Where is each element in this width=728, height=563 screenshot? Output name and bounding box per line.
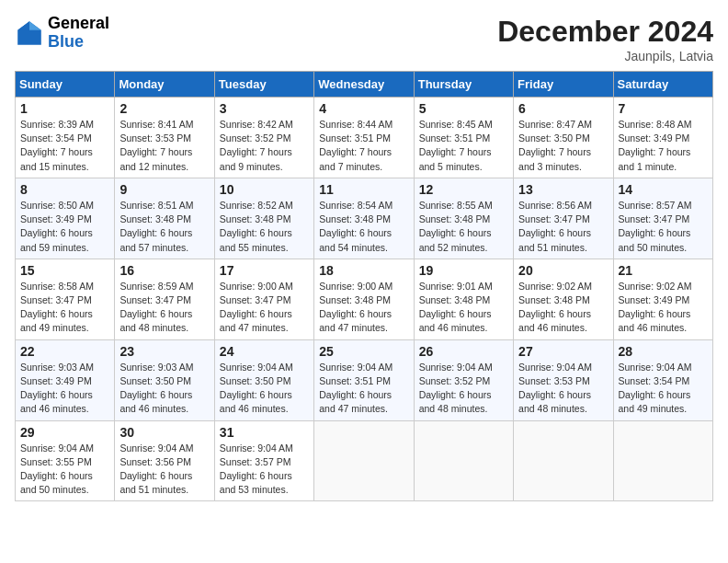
calendar-cell: 16Sunrise: 8:59 AMSunset: 3:47 PMDayligh… [115, 259, 214, 339]
day-number: 28 [619, 344, 708, 359]
calendar-cell: 28Sunrise: 9:04 AMSunset: 3:54 PMDayligh… [613, 339, 712, 420]
day-info: Sunrise: 9:01 AMSunset: 3:48 PMDaylight:… [419, 280, 508, 336]
day-info: Sunrise: 8:59 AMSunset: 3:47 PMDaylight:… [119, 280, 209, 336]
calendar-cell: 4Sunrise: 8:44 AMSunset: 3:51 PMDaylight… [314, 98, 414, 178]
calendar-cell: 19Sunrise: 9:01 AMSunset: 3:48 PMDayligh… [414, 259, 513, 339]
day-number: 6 [518, 101, 608, 116]
day-info: Sunrise: 8:47 AMSunset: 3:50 PMDaylight:… [518, 118, 608, 174]
calendar-cell: 9Sunrise: 8:51 AMSunset: 3:48 PMDaylight… [115, 178, 214, 259]
calendar-header-row: SundayMondayTuesdayWednesdayThursdayFrid… [16, 72, 713, 98]
calendar-cell: 31Sunrise: 9:04 AMSunset: 3:57 PMDayligh… [214, 420, 313, 501]
day-header-thursday: Thursday [414, 72, 513, 98]
day-info: Sunrise: 9:04 AMSunset: 3:55 PMDaylight:… [20, 442, 109, 498]
day-number: 7 [619, 101, 708, 116]
day-info: Sunrise: 8:44 AMSunset: 3:51 PMDaylight:… [319, 118, 408, 174]
day-info: Sunrise: 8:41 AMSunset: 3:53 PMDaylight:… [119, 118, 209, 174]
day-info: Sunrise: 8:48 AMSunset: 3:49 PMDaylight:… [619, 118, 708, 174]
day-number: 4 [319, 101, 408, 116]
day-info: Sunrise: 9:04 AMSunset: 3:56 PMDaylight:… [119, 442, 209, 498]
day-number: 24 [220, 344, 309, 359]
calendar-cell: 21Sunrise: 9:02 AMSunset: 3:49 PMDayligh… [613, 259, 712, 339]
day-number: 10 [220, 182, 309, 197]
day-number: 23 [119, 344, 209, 359]
day-info: Sunrise: 9:02 AMSunset: 3:49 PMDaylight:… [619, 280, 708, 336]
logo-icon [15, 18, 44, 48]
day-number: 13 [518, 182, 608, 197]
day-header-monday: Monday [115, 72, 214, 98]
calendar-cell [314, 420, 414, 501]
calendar-week-row: 1Sunrise: 8:39 AMSunset: 3:54 PMDaylight… [16, 98, 713, 178]
day-header-tuesday: Tuesday [214, 72, 313, 98]
day-number: 16 [119, 263, 209, 278]
calendar-cell: 7Sunrise: 8:48 AMSunset: 3:49 PMDaylight… [613, 98, 712, 178]
day-number: 14 [619, 182, 708, 197]
calendar-week-row: 22Sunrise: 9:03 AMSunset: 3:49 PMDayligh… [16, 339, 713, 420]
day-info: Sunrise: 9:02 AMSunset: 3:48 PMDaylight:… [518, 280, 608, 336]
calendar-cell: 2Sunrise: 8:41 AMSunset: 3:53 PMDaylight… [115, 98, 214, 178]
calendar-cell: 14Sunrise: 8:57 AMSunset: 3:47 PMDayligh… [613, 178, 712, 259]
day-number: 17 [220, 263, 309, 278]
day-number: 22 [20, 344, 109, 359]
day-number: 27 [518, 344, 608, 359]
day-number: 2 [119, 101, 209, 116]
day-number: 26 [419, 344, 508, 359]
day-info: Sunrise: 9:03 AMSunset: 3:50 PMDaylight:… [119, 361, 209, 417]
day-info: Sunrise: 9:00 AMSunset: 3:47 PMDaylight:… [220, 280, 309, 336]
day-number: 1 [20, 101, 109, 116]
calendar-cell: 1Sunrise: 8:39 AMSunset: 3:54 PMDaylight… [16, 98, 115, 178]
day-header-wednesday: Wednesday [314, 72, 414, 98]
calendar-cell [613, 420, 712, 501]
day-number: 19 [419, 263, 508, 278]
day-info: Sunrise: 8:56 AMSunset: 3:47 PMDaylight:… [518, 199, 608, 255]
day-info: Sunrise: 9:00 AMSunset: 3:48 PMDaylight:… [319, 280, 408, 336]
calendar-cell: 18Sunrise: 9:00 AMSunset: 3:48 PMDayligh… [314, 259, 414, 339]
calendar-cell: 29Sunrise: 9:04 AMSunset: 3:55 PMDayligh… [16, 420, 115, 501]
page-header: General Blue December 2024 Jaunpils, Lat… [15, 15, 713, 63]
day-header-friday: Friday [514, 72, 613, 98]
day-number: 30 [119, 425, 209, 440]
day-number: 21 [619, 263, 708, 278]
day-info: Sunrise: 8:50 AMSunset: 3:49 PMDaylight:… [20, 199, 109, 255]
day-number: 15 [20, 263, 109, 278]
calendar-week-row: 8Sunrise: 8:50 AMSunset: 3:49 PMDaylight… [16, 178, 713, 259]
calendar-table: SundayMondayTuesdayWednesdayThursdayFrid… [15, 71, 713, 501]
day-info: Sunrise: 9:04 AMSunset: 3:54 PMDaylight:… [619, 361, 708, 417]
calendar-week-row: 29Sunrise: 9:04 AMSunset: 3:55 PMDayligh… [16, 420, 713, 501]
calendar-cell: 8Sunrise: 8:50 AMSunset: 3:49 PMDaylight… [16, 178, 115, 259]
calendar-cell: 15Sunrise: 8:58 AMSunset: 3:47 PMDayligh… [16, 259, 115, 339]
day-header-sunday: Sunday [16, 72, 115, 98]
calendar-cell: 22Sunrise: 9:03 AMSunset: 3:49 PMDayligh… [16, 339, 115, 420]
calendar-cell: 11Sunrise: 8:54 AMSunset: 3:48 PMDayligh… [314, 178, 414, 259]
calendar-cell: 20Sunrise: 9:02 AMSunset: 3:48 PMDayligh… [514, 259, 613, 339]
calendar-cell: 24Sunrise: 9:04 AMSunset: 3:50 PMDayligh… [214, 339, 313, 420]
calendar-cell [414, 420, 513, 501]
calendar-cell: 26Sunrise: 9:04 AMSunset: 3:52 PMDayligh… [414, 339, 513, 420]
calendar-cell: 10Sunrise: 8:52 AMSunset: 3:48 PMDayligh… [214, 178, 313, 259]
calendar-cell: 17Sunrise: 9:00 AMSunset: 3:47 PMDayligh… [214, 259, 313, 339]
calendar-cell: 12Sunrise: 8:55 AMSunset: 3:48 PMDayligh… [414, 178, 513, 259]
logo-text: General Blue [48, 15, 109, 52]
day-info: Sunrise: 8:51 AMSunset: 3:48 PMDaylight:… [119, 199, 209, 255]
day-header-saturday: Saturday [613, 72, 712, 98]
day-number: 20 [518, 263, 608, 278]
day-number: 25 [319, 344, 408, 359]
title-block: December 2024 Jaunpils, Latvia [497, 15, 713, 63]
svg-marker-2 [17, 21, 29, 30]
day-number: 11 [319, 182, 408, 197]
day-info: Sunrise: 8:55 AMSunset: 3:48 PMDaylight:… [419, 199, 508, 255]
day-number: 12 [419, 182, 508, 197]
calendar-cell: 13Sunrise: 8:56 AMSunset: 3:47 PMDayligh… [514, 178, 613, 259]
day-number: 18 [319, 263, 408, 278]
day-number: 9 [119, 182, 209, 197]
day-number: 3 [220, 101, 309, 116]
calendar-cell: 23Sunrise: 9:03 AMSunset: 3:50 PMDayligh… [115, 339, 214, 420]
day-info: Sunrise: 9:04 AMSunset: 3:57 PMDaylight:… [220, 442, 309, 498]
calendar-cell: 30Sunrise: 9:04 AMSunset: 3:56 PMDayligh… [115, 420, 214, 501]
day-info: Sunrise: 8:58 AMSunset: 3:47 PMDaylight:… [20, 280, 109, 336]
calendar-cell: 3Sunrise: 8:42 AMSunset: 3:52 PMDaylight… [214, 98, 313, 178]
logo: General Blue [15, 15, 109, 52]
month-title: December 2024 [497, 15, 713, 49]
day-info: Sunrise: 9:04 AMSunset: 3:50 PMDaylight:… [220, 361, 309, 417]
day-number: 29 [20, 425, 109, 440]
day-info: Sunrise: 9:04 AMSunset: 3:52 PMDaylight:… [419, 361, 508, 417]
